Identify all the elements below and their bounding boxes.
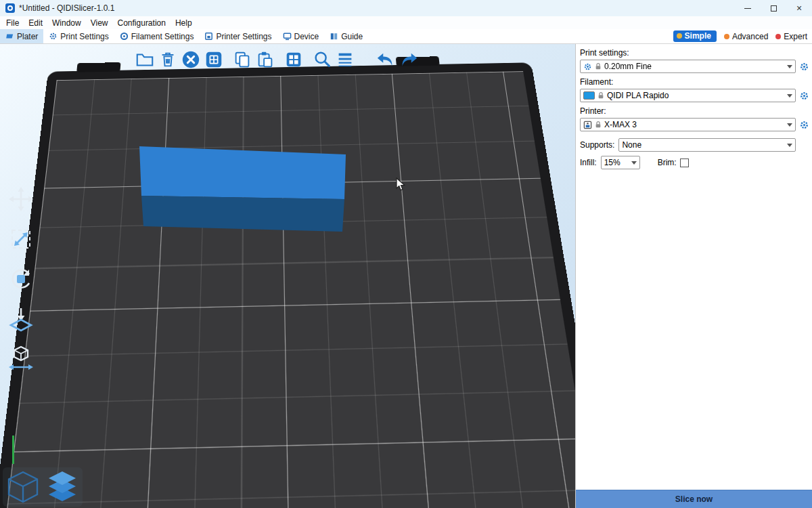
lock-icon (595, 121, 602, 129)
filament-combo[interactable]: QIDI PLA Rapido (580, 89, 796, 102)
lock-icon (597, 91, 604, 100)
move-button[interactable] (7, 185, 35, 213)
plater-3d-view[interactable] (0, 44, 575, 508)
arrange-button[interactable] (202, 48, 225, 71)
brim-checkbox[interactable] (680, 158, 689, 167)
scale-button[interactable] (7, 225, 35, 253)
supports-combo[interactable]: None (618, 138, 796, 152)
menu-configuration[interactable]: Configuration (113, 18, 171, 28)
gear-icon (583, 62, 592, 71)
rotate-button[interactable] (7, 265, 35, 293)
paste-icon (255, 49, 275, 70)
layers-icon (335, 49, 355, 70)
split-button[interactable] (282, 48, 305, 71)
printer-settings-icon (204, 32, 213, 41)
menu-edit[interactable]: Edit (24, 18, 47, 28)
tab-label: Guide (341, 32, 363, 41)
printer-edit-button[interactable] (799, 120, 809, 130)
tab-label: Filament Settings (131, 32, 194, 41)
scale-icon (7, 225, 35, 253)
measure-icon (7, 345, 35, 373)
menu-file[interactable]: File (1, 18, 24, 28)
advanced-dot-icon (724, 34, 729, 39)
tab-printer-settings[interactable]: Printer Settings (199, 29, 277, 43)
window-title: *Untitled - QIDISlicer-1.0.1 (19, 3, 114, 13)
window-controls: × (735, 0, 812, 16)
mode-label: Expert (784, 32, 807, 41)
printer-icon (583, 121, 592, 129)
mode-label: Advanced (732, 32, 768, 41)
mouse-cursor (396, 177, 407, 192)
search-button[interactable] (311, 48, 334, 71)
printer-value: X-MAX 3 (604, 120, 784, 129)
copy-button[interactable] (231, 48, 254, 71)
tab-plater[interactable]: Plater (0, 29, 43, 43)
gear-icon (799, 120, 809, 130)
close-icon: × (796, 3, 802, 13)
paste-button[interactable] (254, 48, 277, 71)
chevron-down-icon (631, 161, 637, 165)
titlebar: *Untitled - QIDISlicer-1.0.1 × (0, 0, 812, 16)
place-on-face-icon (7, 305, 35, 333)
preview-view-button[interactable] (43, 469, 81, 505)
measure-button[interactable] (7, 345, 35, 373)
redo-icon (399, 49, 419, 70)
undo-button[interactable] (374, 48, 397, 71)
editor-cube-icon (4, 469, 42, 505)
chevron-down-icon (787, 65, 792, 68)
preview-layers-icon (43, 469, 81, 505)
mode-advanced[interactable]: Advanced (724, 32, 768, 41)
tab-device[interactable]: Device (277, 29, 325, 43)
infill-combo[interactable]: 15% (601, 156, 640, 169)
open-button[interactable] (133, 48, 156, 71)
lock-icon (595, 62, 602, 70)
slice-now-button[interactable]: Slice now (576, 490, 812, 508)
editor-view-button[interactable] (4, 469, 42, 505)
copy-icon (232, 49, 252, 70)
menu-view[interactable]: View (86, 18, 113, 28)
variable-layer-height-button[interactable] (334, 48, 357, 71)
simple-dot-icon (677, 33, 682, 39)
printer-combo[interactable]: X-MAX 3 (580, 118, 796, 131)
settings-sidebar: Print settings: 0.20mm Fine Filament: QI… (575, 44, 812, 508)
mode-label: Simple (685, 31, 711, 41)
printer-label: Printer: (580, 106, 812, 116)
menu-help[interactable]: Help (171, 18, 197, 28)
maximize-button[interactable] (761, 0, 786, 16)
mode-expert[interactable]: Expert (775, 32, 807, 41)
split-icon (284, 49, 304, 70)
mode-selector: Simple Advanced Expert (673, 30, 812, 42)
gizmo-toolbar (7, 185, 35, 373)
close-button[interactable]: × (786, 0, 812, 16)
build-plate[interactable] (0, 62, 575, 508)
redo-button[interactable] (397, 48, 420, 71)
guide-icon (330, 32, 338, 41)
mode-simple[interactable]: Simple (673, 30, 717, 42)
open-folder-icon (135, 49, 155, 70)
menu-window[interactable]: Window (47, 18, 86, 28)
minimize-button[interactable] (735, 0, 761, 16)
chevron-down-icon (787, 144, 792, 147)
delete-all-button[interactable] (179, 48, 202, 71)
tab-guide[interactable]: Guide (324, 29, 368, 43)
print-settings-label: Print settings: (580, 48, 812, 58)
infill-label: Infill: (580, 158, 597, 167)
plate-clip (76, 62, 120, 72)
tab-filament-settings[interactable]: Filament Settings (114, 29, 200, 43)
chevron-down-icon (787, 123, 792, 127)
tabbar: Plater Print Settings Filament Settings … (0, 29, 812, 44)
menubar: File Edit Window View Configuration Help (0, 16, 812, 29)
place-on-face-button[interactable] (7, 305, 35, 333)
device-icon (283, 32, 292, 41)
delete-button[interactable] (156, 48, 179, 71)
arrange-icon (204, 49, 224, 70)
filament-label: Filament: (580, 77, 812, 87)
filament-edit-button[interactable] (799, 91, 809, 101)
print-settings-combo[interactable]: 0.20mm Fine (580, 60, 796, 73)
y-axis-indicator (12, 436, 14, 464)
print-settings-edit-button[interactable] (799, 62, 809, 72)
plater-icon (5, 32, 14, 41)
tab-label: Printer Settings (216, 32, 271, 41)
tab-label: Print Settings (60, 32, 108, 41)
tab-print-settings[interactable]: Print Settings (43, 29, 114, 43)
